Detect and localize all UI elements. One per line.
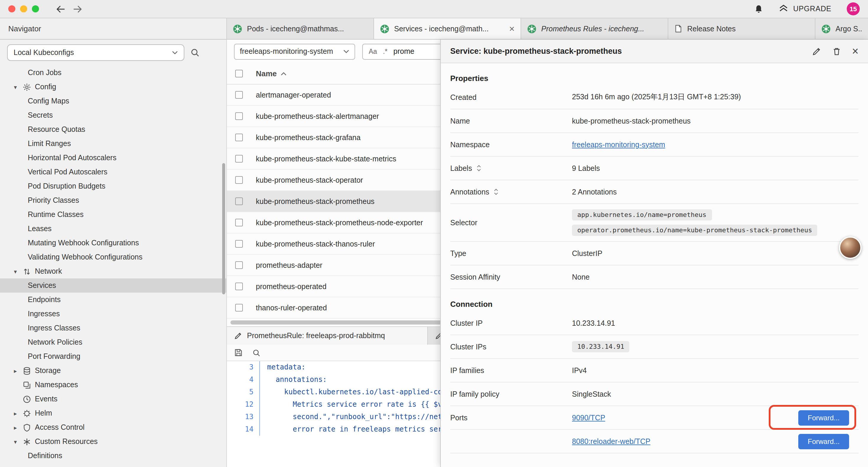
namespace-selector-value: freeleaps-monitoring-system <box>240 47 333 56</box>
row-checkbox[interactable] <box>235 240 243 248</box>
row-checkbox[interactable] <box>235 112 243 120</box>
upgrade-button[interactable]: UPGRADE <box>779 4 831 13</box>
row-checkbox[interactable] <box>235 155 243 163</box>
sidebar-item-namespaces[interactable]: Namespaces <box>0 378 226 392</box>
search-icon[interactable] <box>190 48 200 57</box>
close-window-button[interactable] <box>8 5 16 12</box>
sidebar-item-cron-jobs[interactable]: Cron Jobs <box>0 66 226 80</box>
sidebar-item-mutating-webhook-configurations[interactable]: Mutating Webhook Configurations <box>0 236 226 250</box>
detail-row-cluster-ips: Cluster IPs10.233.14.91 <box>450 335 859 359</box>
sidebar-item-config[interactable]: ▾Config <box>0 80 226 94</box>
detail-value: app.kubernetes.io/name=prometheusoperato… <box>572 204 859 241</box>
sidebar-item-resource-quotas[interactable]: Resource Quotas <box>0 122 226 137</box>
regex-toggle[interactable]: .* <box>383 48 387 55</box>
save-icon[interactable] <box>234 348 243 357</box>
expand-collapse-icon[interactable] <box>476 164 482 172</box>
tab-release-notes[interactable]: Release Notes <box>668 18 815 39</box>
sidebar-item-custom-resources[interactable]: ▾Custom Resources <box>0 435 226 449</box>
tab-pods-icecheng-mathmas[interactable]: Pods - icecheng@mathmas... <box>227 18 374 39</box>
sidebar-item-limit-ranges[interactable]: Limit Ranges <box>0 137 226 151</box>
sidebar-item-label: Helm <box>35 409 52 417</box>
forward-button[interactable] <box>72 4 83 13</box>
port-link[interactable]: 8080:reloader-web/TCP <box>572 437 650 445</box>
editor-search-icon[interactable] <box>252 348 260 357</box>
minimize-window-button[interactable] <box>20 5 27 12</box>
name-column-header[interactable]: Name <box>256 69 287 78</box>
line-number: 3 <box>227 361 260 374</box>
row-checkbox[interactable] <box>235 134 243 141</box>
row-checkbox[interactable] <box>235 198 243 205</box>
notification-count-badge[interactable]: 15 <box>847 2 860 16</box>
sidebar-item-port-forwarding[interactable]: Port Forwarding <box>0 349 226 363</box>
trash-icon[interactable] <box>832 47 841 56</box>
value-badge: app.kubernetes.io/name=prometheus <box>572 209 712 221</box>
sidebar-item-label: Port Forwarding <box>28 352 80 360</box>
sidebar-item-runtime-classes[interactable]: Runtime Classes <box>0 207 226 222</box>
sidebar-item-label: Priority Classes <box>28 196 79 205</box>
code-text: annotations: <box>260 374 327 386</box>
tab-prometheus-rules-icecheng[interactable]: Prometheus Rules - icecheng... <box>521 18 668 39</box>
port-forward-button[interactable]: Forward... <box>798 410 849 425</box>
namespace-selector[interactable]: freeleaps-monitoring-system <box>234 43 355 59</box>
edit-icon[interactable] <box>812 47 821 56</box>
sidebar-item-pod-disruption-budgets[interactable]: Pod Disruption Budgets <box>0 179 226 193</box>
gear-icon <box>23 83 31 91</box>
sidebar-item-config-maps[interactable]: Config Maps <box>0 94 226 108</box>
port-forward-button[interactable]: Forward... <box>798 434 849 449</box>
notifications-bell-icon[interactable] <box>754 4 764 13</box>
sidebar-scrollbar[interactable] <box>222 163 225 294</box>
namespace-link[interactable]: freeleaps-monitoring-system <box>572 140 665 149</box>
clock-icon <box>23 395 31 404</box>
tab-services-icecheng-math[interactable]: Services - icecheng@math...× <box>374 18 521 39</box>
sidebar-item-ingresses[interactable]: Ingresses <box>0 307 226 321</box>
detail-label: Labels <box>450 164 572 172</box>
detail-value: 9 Labels <box>572 164 859 172</box>
expand-collapse-icon[interactable] <box>493 188 499 196</box>
sidebar-item-events[interactable]: Events <box>0 392 226 406</box>
webcam-avatar <box>839 236 862 259</box>
select-all-checkbox[interactable] <box>235 70 243 78</box>
chevron-down-icon: ▾ <box>12 84 19 90</box>
row-checkbox[interactable] <box>235 304 243 312</box>
sidebar-item-label: Leases <box>28 225 52 233</box>
match-case-toggle[interactable]: Aa <box>369 48 377 55</box>
sidebar-item-network[interactable]: ▾Network <box>0 264 226 279</box>
sidebar-item-horizontal-pod-autoscalers[interactable]: Horizontal Pod Autoscalers <box>0 151 226 165</box>
sidebar-item-storage[interactable]: ▸Storage <box>0 363 226 378</box>
kubeconfig-selector[interactable]: Local Kubeconfigs <box>7 44 184 61</box>
row-checkbox[interactable] <box>235 91 243 99</box>
row-checkbox[interactable] <box>235 176 243 184</box>
tab-label: Services - icecheng@math... <box>394 25 504 33</box>
row-checkbox[interactable] <box>235 283 243 290</box>
shield-icon <box>23 423 31 432</box>
sidebar-item-vertical-pod-autoscalers[interactable]: Vertical Pod Autoscalers <box>0 165 226 179</box>
back-button[interactable] <box>56 4 66 13</box>
sidebar-item-label: Endpoints <box>28 296 61 304</box>
sidebar-item-definitions[interactable]: Definitions <box>0 449 226 463</box>
sidebar-item-priority-classes[interactable]: Priority Classes <box>0 193 226 207</box>
sidebar-item-ingress-classes[interactable]: Ingress Classes <box>0 321 226 335</box>
dock-tab-label: PrometheusRule: freeleaps-prod-rabbitmq <box>247 332 385 340</box>
sidebar-item-access-control[interactable]: ▸Access Control <box>0 420 226 435</box>
sidebar-item-secrets[interactable]: Secrets <box>0 108 226 122</box>
detail-value: 8080:reloader-web/TCP <box>572 437 798 445</box>
sidebar-item-validating-webhook-configurations[interactable]: Validating Webhook Configurations <box>0 250 226 264</box>
detail-value: kube-prometheus-stack-prometheus <box>572 117 859 125</box>
dock-tab-prometheusrule[interactable]: PrometheusRule: freeleaps-prod-rabbitmq <box>227 327 428 345</box>
tab-close-icon[interactable]: × <box>509 24 515 33</box>
sidebar-item-label: Events <box>35 395 57 403</box>
sidebar-item-network-policies[interactable]: Network Policies <box>0 335 226 349</box>
sidebar-tree: Cron Jobs▾ConfigConfig MapsSecretsResour… <box>0 66 226 463</box>
row-checkbox[interactable] <box>235 261 243 269</box>
tab-argo-s[interactable]: Argo S... <box>815 18 868 39</box>
sidebar-item-helm[interactable]: ▸Helm <box>0 406 226 420</box>
row-checkbox[interactable] <box>235 219 243 226</box>
port-link[interactable]: 9090/TCP <box>572 413 606 422</box>
detail-row-ports-0: Ports9090/TCPForward... <box>450 406 859 430</box>
sidebar-item-endpoints[interactable]: Endpoints <box>0 293 226 307</box>
sidebar-item-services[interactable]: Services <box>0 279 226 293</box>
sidebar-item-leases[interactable]: Leases <box>0 222 226 236</box>
close-icon[interactable]: × <box>852 46 859 57</box>
updown-arrows-icon <box>23 267 31 276</box>
maximize-window-button[interactable] <box>32 5 39 12</box>
